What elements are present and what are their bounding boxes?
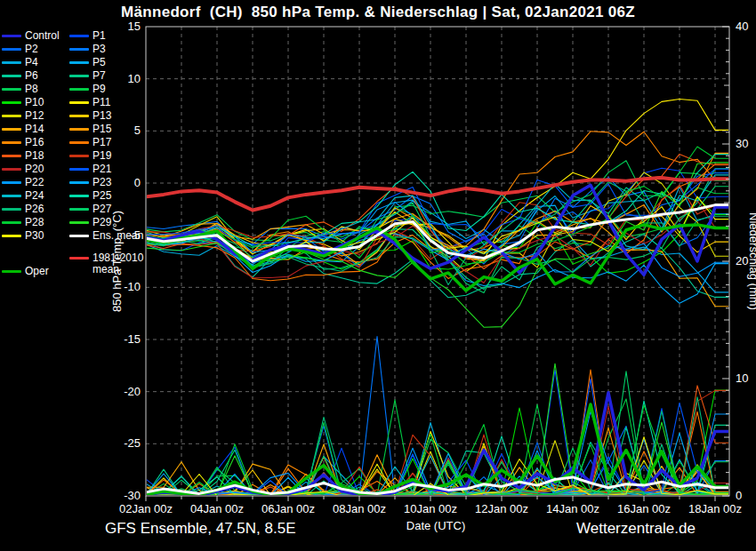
tick-label: -30 (124, 489, 141, 502)
series-group (146, 100, 729, 497)
series-line (146, 182, 729, 285)
y-axis-left-label: 850 hPa Temp. (°C) (110, 211, 124, 312)
tick-label: 16Jan 00z (617, 502, 671, 515)
tick-label: 30 (736, 137, 748, 150)
tick-label: 5 (134, 124, 141, 137)
tick-label: 20 (736, 254, 748, 268)
tick-label: -20 (124, 385, 141, 398)
tick-label: 18Jan 00z (688, 502, 742, 515)
tick-label: 12Jan 00z (475, 502, 528, 515)
tick-label: 06Jan 00z (261, 502, 315, 515)
tick-label: 40 (736, 20, 748, 33)
tick-label: -25 (124, 436, 141, 450)
tick-label: 15 (128, 20, 141, 33)
branding-label: Wetterzentrale.de (576, 520, 696, 538)
tick-label: 0 (134, 176, 141, 189)
tick-label: -5 (130, 228, 141, 242)
model-info-label: GFS Ensemble, 47.5N, 8.5E (105, 520, 296, 538)
tick-label: -15 (124, 332, 141, 346)
tick-label: 0 (736, 489, 742, 502)
weather-ensemble-plot: Männedorf (CH) 850 hPa Temp. & Niedersch… (0, 0, 756, 551)
tick-label: 04Jan 00z (190, 502, 244, 515)
tick-label: 02Jan 00z (119, 502, 173, 515)
plot-border (146, 27, 729, 496)
tick-label: 08Jan 00z (333, 502, 386, 515)
tick-label: 10 (736, 371, 748, 385)
y-axis-right-label: Niederschlag (mm) (747, 212, 756, 310)
tick-label: 10Jan 00z (404, 502, 457, 515)
tick-label: -10 (124, 280, 141, 293)
tick-label: 14Jan 00z (546, 502, 599, 515)
x-axis-label: Date (UTC) (406, 519, 465, 532)
tick-label: 10 (128, 72, 141, 85)
ensemble-chart: 151050-5-10-15-20-25-3040302010002Jan 00… (0, 0, 756, 551)
